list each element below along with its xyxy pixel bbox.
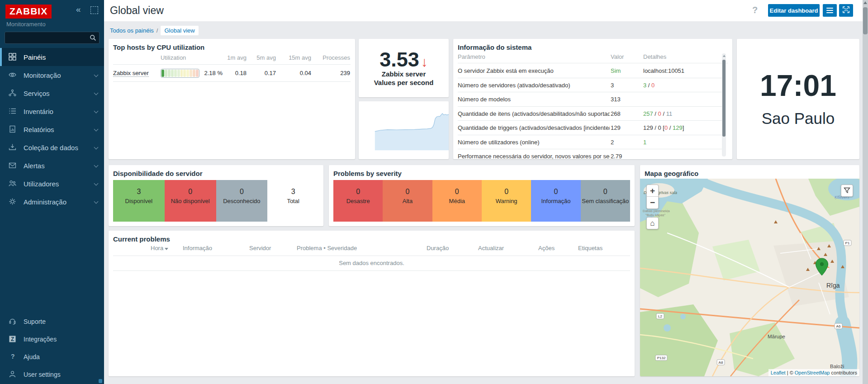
sidebar-hide-icon[interactable] bbox=[90, 6, 98, 14]
system-info-scrollbar[interactable] bbox=[722, 53, 726, 156]
support-icon bbox=[9, 318, 17, 326]
sysinfo-details: 3 / 0 bbox=[643, 82, 655, 89]
column-header: Valor bbox=[611, 53, 624, 60]
svg-text:"Buļļu kāpas": "Buļļu kāpas" bbox=[645, 213, 665, 217]
attribution-text: | © bbox=[786, 370, 795, 375]
map-canvas[interactable]: Daugavgrīvas salaDabas pieminekļa"Buļļu … bbox=[640, 179, 859, 376]
chevron-down-icon bbox=[94, 73, 99, 77]
breadcrumb-link[interactable]: Todos os painéis bbox=[110, 27, 154, 34]
box-value: 0 bbox=[188, 188, 192, 196]
sysinfo-parameter: O servidor Zabbix está em execução bbox=[458, 67, 554, 74]
column-header-a-es: Ações bbox=[538, 245, 555, 251]
sidebar-footer-integra-es[interactable]: ZIntegrações bbox=[0, 330, 104, 348]
sysinfo-value: 313 bbox=[611, 96, 621, 103]
svg-text:P132: P132 bbox=[657, 356, 666, 360]
sidebar-item-label: Relatórios bbox=[24, 126, 54, 133]
page-title: Global view bbox=[110, 5, 164, 17]
fullscreen-icon bbox=[843, 6, 849, 13]
sysinfo-parameter: Número de servidores (ativado/desativado… bbox=[458, 82, 570, 89]
severity-m-dia: 0Média bbox=[432, 180, 482, 222]
column-header: Processes bbox=[309, 54, 350, 61]
sysinfo-details: 129 / 0 [0 / 129] bbox=[643, 124, 684, 131]
sidebar-scrollbar[interactable] bbox=[99, 379, 102, 383]
column-header: Parâmetro bbox=[458, 53, 485, 60]
host-link[interactable]: Zabbix server bbox=[113, 70, 149, 77]
box-label: Média bbox=[449, 198, 465, 204]
search-icon bbox=[90, 34, 96, 41]
box-label: Warning bbox=[496, 198, 517, 204]
box-value: 3 bbox=[137, 188, 141, 196]
table-cell: 239 bbox=[309, 70, 350, 76]
zoom-in-button[interactable]: + bbox=[647, 185, 658, 197]
zoom-out-button[interactable]: − bbox=[647, 197, 658, 209]
widget-title: Problems by severity bbox=[329, 165, 635, 180]
widget-top-hosts: Top hosts by CPU utilization Utilization… bbox=[109, 39, 355, 159]
widget-title: Informação do sistema bbox=[453, 39, 732, 54]
sidebar-footer-suporte[interactable]: Suporte bbox=[0, 313, 104, 330]
box-value: 0 bbox=[603, 188, 607, 196]
sidebar-item-servi-os[interactable]: Serviços bbox=[0, 84, 104, 102]
vps-host: Zabbix server bbox=[382, 70, 426, 79]
sidebar-item-relat-rios[interactable]: Relatórios bbox=[0, 120, 104, 138]
sysinfo-value: 2 bbox=[611, 139, 614, 146]
sort-desc-icon bbox=[165, 248, 168, 250]
edit-dashboard-button[interactable]: Editar dashboard bbox=[768, 4, 820, 17]
column-header: 15m avg bbox=[270, 54, 311, 61]
box-label: Informação bbox=[541, 198, 570, 204]
column-header: 5m avg bbox=[235, 54, 276, 61]
svg-text:?: ? bbox=[11, 353, 15, 360]
empty-table-message: Sem dados encontrados. bbox=[109, 260, 635, 266]
column-header-hora[interactable]: Hora bbox=[151, 245, 168, 251]
column-header-actualizar: Actualizar bbox=[478, 245, 504, 251]
svg-text:A8: A8 bbox=[719, 360, 723, 365]
chevron-down-icon bbox=[94, 91, 99, 95]
help-icon[interactable]: ? bbox=[752, 5, 758, 15]
sidebar-collapse-icon[interactable]: « bbox=[76, 5, 81, 14]
svg-text:Z: Z bbox=[11, 336, 14, 342]
sidebar-footer-user-settings[interactable]: User settings bbox=[0, 365, 104, 383]
box-label: Sem classificação bbox=[582, 198, 629, 204]
sidebar-footer-label: Suporte bbox=[24, 318, 46, 325]
attribution-link[interactable]: Leaflet bbox=[771, 370, 786, 375]
sidebar-item-label: Inventário bbox=[24, 108, 53, 115]
question-icon: ? bbox=[9, 353, 17, 361]
sidebar-item-administra-o[interactable]: Administração bbox=[0, 193, 104, 211]
chevron-down-icon bbox=[94, 163, 99, 168]
box-label: Total bbox=[287, 198, 299, 204]
zabbix-logo[interactable]: ZABBIX bbox=[5, 5, 52, 19]
vps-value-row: 3.53↓ bbox=[379, 49, 428, 70]
map-tiles: Daugavgrīvas salaDabas pieminekļa"Buļļu … bbox=[640, 179, 859, 376]
map-filter-button[interactable] bbox=[841, 185, 853, 197]
scrollbar-up-icon[interactable] bbox=[863, 1, 867, 4]
map-home-button[interactable]: ⌂ bbox=[646, 217, 659, 229]
sidebar-item-label: Serviços bbox=[24, 90, 50, 97]
sidebar-item-alertas[interactable]: Alertas bbox=[0, 156, 104, 175]
sidebar-item-monitora-o[interactable]: Monitoração bbox=[0, 66, 104, 84]
severity-warning: 0Warning bbox=[482, 180, 531, 222]
sidebar-item-cole-o-de-dados[interactable]: Coleção de dados bbox=[0, 138, 104, 156]
dashboard-menu-button[interactable] bbox=[823, 4, 837, 17]
scrollbar-thumb[interactable] bbox=[863, 7, 868, 34]
box-value: 0 bbox=[240, 188, 244, 196]
map-attribution: Leaflet | © OpenStreetMap contributors bbox=[768, 369, 859, 376]
attribution-link[interactable]: OpenStreetMap bbox=[795, 370, 830, 375]
sparkline-chart bbox=[359, 101, 449, 159]
sidebar-item-invent-rio[interactable]: Inventário bbox=[0, 102, 104, 120]
sidebar-item-pain-is[interactable]: Painéis bbox=[0, 48, 104, 66]
table-cell: 0.17 bbox=[235, 70, 276, 76]
widget-sparkline-graph[interactable] bbox=[359, 101, 449, 159]
vps-value: 3.53 bbox=[379, 48, 419, 71]
sidebar-item-utilizadores[interactable]: Utilizadores bbox=[0, 175, 104, 193]
fullscreen-button[interactable] bbox=[839, 4, 853, 17]
page-scrollbar[interactable] bbox=[863, 0, 868, 384]
sysinfo-parameter: Quantidade de itens (activados/desabilit… bbox=[458, 110, 610, 117]
inventory-icon bbox=[9, 107, 17, 115]
sidebar-search-input[interactable] bbox=[5, 32, 100, 44]
sidebar-footer-ajuda[interactable]: ?Ajuda bbox=[0, 348, 104, 365]
widget-values-per-second: 3.53↓ Zabbix server Values per second bbox=[359, 39, 449, 97]
column-header-etiquetas: Etiquetas bbox=[578, 245, 602, 251]
sidebar-item-label: Painéis bbox=[24, 53, 46, 61]
svg-text:Baloži: Baloži bbox=[830, 364, 844, 369]
users-icon bbox=[9, 180, 17, 188]
breadcrumb-current[interactable]: Global view bbox=[161, 26, 198, 35]
